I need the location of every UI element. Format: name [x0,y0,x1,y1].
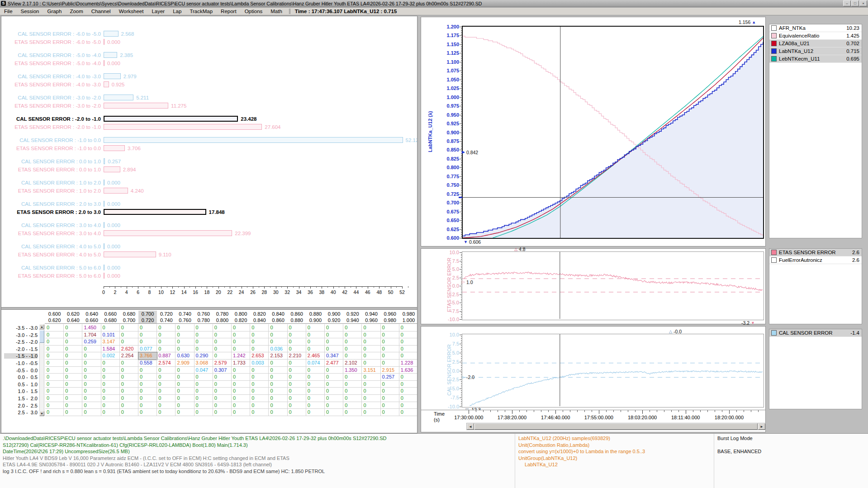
table-cell[interactable]: 0 [138,409,157,416]
table-cell[interactable]: 0 [381,381,399,388]
table-cell[interactable]: 1.636 [399,367,417,374]
table-cell[interactable]: 0 [175,367,194,374]
table-cell[interactable]: 2.620 [120,346,138,353]
table-row-header[interactable]: 0.5 - 1.0 [4,382,38,387]
table-cell[interactable]: 0 [120,374,138,381]
table-cell[interactable]: 0.257 [381,374,399,381]
table-col-header[interactable]: 0.6200.640 [64,311,82,323]
table-cell[interactable]: 0 [232,402,250,409]
menu-lap[interactable]: Lap [169,8,185,14]
table-cell[interactable]: 0 [288,324,306,332]
table-cell[interactable]: 0 [82,360,101,367]
table-cell[interactable]: 0 [232,324,250,332]
table-cell[interactable]: 0 [325,324,343,332]
table-cell[interactable]: 0 [362,374,380,381]
histogram-bar[interactable] [104,137,403,143]
table-cell[interactable]: 0.290 [194,352,213,360]
table-cell[interactable]: 0 [101,409,120,416]
table-cell[interactable]: 0 [138,332,157,339]
table-cell[interactable]: 0 [157,338,175,346]
table-col-header[interactable]: 0.8400.860 [269,311,287,323]
table-cell[interactable]: 0 [120,395,138,402]
table-cell[interactable]: 0 [120,409,138,416]
table-cell[interactable]: 0 [325,374,343,381]
table-cell[interactable]: 0 [82,388,101,395]
table-cell[interactable]: 0 [399,352,417,360]
table-cell[interactable]: 0 [288,381,306,388]
table-cell[interactable]: 0.002 [101,352,120,360]
table-cell[interactable]: 0 [362,360,380,367]
table-cell[interactable]: 0 [213,374,232,381]
table-cell[interactable]: 0 [269,388,287,395]
table-col-header[interactable]: 0.9801.000 [399,311,417,323]
histogram-bar[interactable] [104,209,206,215]
table-cell[interactable]: 0 [213,324,232,332]
table-row-header[interactable]: 2.5 - 3.0 [4,410,38,415]
table-cell[interactable]: 0 [64,367,82,374]
table-cell[interactable]: 0 [82,367,101,374]
table-col-header[interactable]: 0.7200.740 [157,311,175,323]
table-row-header[interactable]: 1.0 - 1.5 [4,389,38,394]
table-col-header[interactable]: 0.8000.820 [232,311,250,323]
histogram-bar[interactable] [104,124,262,130]
table-cell[interactable]: 0 [399,338,417,346]
legend-item[interactable]: AFR_NTKa10.23 [769,24,862,32]
table-cell[interactable]: 0 [250,402,269,409]
table-cell[interactable]: 3.068 [194,360,213,367]
table-col-header[interactable]: 0.7400.760 [175,311,194,323]
histogram-bar[interactable] [104,31,119,37]
table-row-header[interactable]: 0.0 - 0.5 [4,374,38,380]
table-cell[interactable]: 0 [157,374,175,381]
table-cell[interactable]: 0.887 [157,352,175,360]
menu-report[interactable]: Report [217,8,241,14]
table-cell[interactable]: 0 [362,395,380,402]
table-cell[interactable]: 0 [194,338,213,346]
table-cell[interactable]: 0 [157,332,175,339]
table-cell[interactable]: 0 [45,409,64,416]
table-cell[interactable]: 0 [306,381,325,388]
table-cell[interactable]: 0 [45,338,64,346]
table-cell[interactable]: 0 [138,381,157,388]
scroll-right-button[interactable]: ► [758,423,765,430]
table-cell[interactable]: 2.153 [269,352,287,360]
table-cell[interactable]: 0 [157,324,175,332]
time-scrollbar[interactable]: ◄► [466,423,766,430]
table-cell[interactable]: 0 [381,324,399,332]
table-cell[interactable]: 0 [138,395,157,402]
table-cell[interactable]: 0 [64,332,82,339]
table-cell[interactable]: 0 [194,381,213,388]
table-cell[interactable]: 0 [175,332,194,339]
table-cell[interactable]: 0.036 [269,346,287,353]
table-cell[interactable]: 0 [399,332,417,339]
table-cell[interactable]: 0.307 [213,367,232,374]
menu-graph[interactable]: Graph [43,8,66,14]
legend-item[interactable]: EquivalenceRatio1.425 [769,32,862,40]
table-cell[interactable]: 0 [138,388,157,395]
table-cell[interactable]: 0 [362,402,380,409]
table-cell[interactable]: 0 [343,338,362,346]
table-cell[interactable]: 0 [157,346,175,353]
table-cell[interactable]: 0 [250,338,269,346]
table-row-header[interactable]: -2.0 - -1.5 [4,346,38,352]
close-button[interactable]: × [859,0,867,6]
table-cell[interactable]: 0 [64,409,82,416]
histogram-bar[interactable] [104,251,156,257]
table-cell[interactable]: 0 [45,388,64,395]
table-col-header[interactable]: 0.8600.880 [288,311,306,323]
table-cell[interactable]: 0 [157,388,175,395]
table-cell[interactable]: 0 [213,332,232,339]
histogram-bar[interactable] [104,39,104,45]
table-cell[interactable]: 0 [362,346,380,353]
table-cell[interactable]: 0.101 [101,332,120,339]
table-cell[interactable]: 0 [306,324,325,332]
table-row-header[interactable]: -2.5 - -2.0 [4,339,38,345]
table-cell[interactable]: 0 [45,381,64,388]
table-cell[interactable]: 0 [45,332,64,339]
table-cell[interactable]: 0 [269,402,287,409]
table-cell[interactable]: 0 [175,402,194,409]
table-cell[interactable]: 0 [325,381,343,388]
table-col-header[interactable]: 0.9600.980 [381,311,399,323]
table-cell[interactable]: 0 [381,388,399,395]
table-cell[interactable]: 0 [64,324,82,332]
table-cell[interactable]: 0 [325,395,343,402]
